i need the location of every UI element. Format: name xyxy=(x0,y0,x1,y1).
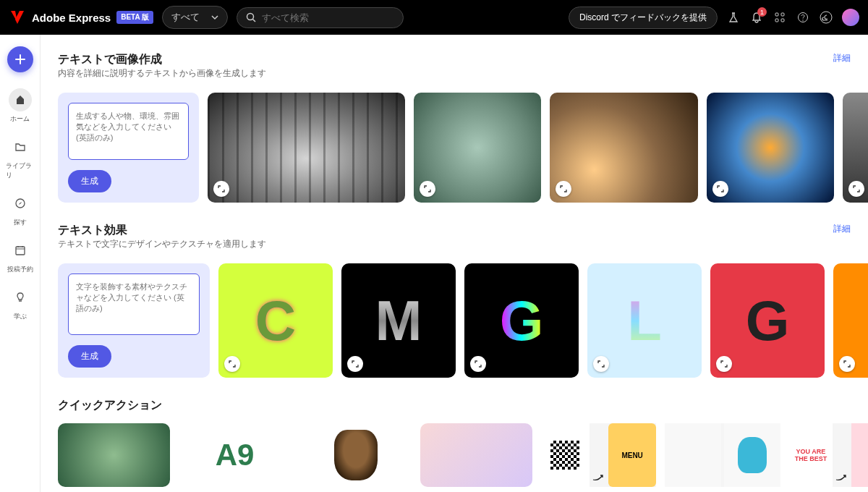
section-desc: 内容を詳細に説明するテキストから画像を生成します xyxy=(58,67,266,80)
expand-icon[interactable] xyxy=(420,181,435,197)
sidebar-item-library[interactable]: ライブラリ xyxy=(3,131,38,184)
detail-link[interactable]: 詳細 xyxy=(833,52,851,64)
search-input[interactable] xyxy=(262,12,393,23)
svg-rect-2 xyxy=(775,13,778,16)
sidebar-item-learn[interactable]: 学ぶ xyxy=(3,281,38,326)
svg-rect-5 xyxy=(781,19,784,22)
qr-icon xyxy=(550,441,579,470)
discord-feedback-button[interactable]: Discord でフィードバックを提供 xyxy=(569,7,718,29)
sidebar: ホーム ライブラリ 探す 投稿予約 学ぶ xyxy=(0,35,41,492)
section-title: テキストで画像作成 xyxy=(58,52,266,67)
user-avatar[interactable] xyxy=(842,9,859,26)
section-quick-actions: クイックアクション MENU xyxy=(58,398,868,487)
detail-link[interactable]: 詳細 xyxy=(833,223,851,235)
svg-rect-3 xyxy=(781,13,784,16)
sidebar-item-explore[interactable]: 探す xyxy=(3,187,38,232)
thumb-letter-c[interactable] xyxy=(218,263,333,378)
help-icon[interactable] xyxy=(796,10,810,25)
notification-icon[interactable]: 1 xyxy=(749,10,764,25)
sidebar-item-home[interactable]: ホーム xyxy=(3,84,38,128)
section-title: クイックアクション xyxy=(58,398,868,413)
qa-you-best[interactable] xyxy=(789,423,868,487)
expand-icon[interactable] xyxy=(224,356,240,372)
section-desc: テキストで文字にデザインやテクスチャを適用します xyxy=(58,238,266,250)
svg-point-7 xyxy=(802,20,803,20)
expand-icon[interactable] xyxy=(848,181,864,197)
filter-dropdown[interactable]: すべて xyxy=(162,6,228,29)
app-name: Adobe Express xyxy=(32,12,111,24)
arrow-icon xyxy=(835,423,848,487)
qa-crop[interactable] xyxy=(420,423,532,487)
creative-cloud-icon[interactable] xyxy=(819,10,833,25)
compass-icon xyxy=(14,198,26,209)
home-icon xyxy=(14,94,26,106)
chevron-down-icon xyxy=(211,14,218,21)
expand-icon[interactable] xyxy=(347,356,363,372)
filter-label: すべて xyxy=(171,11,200,24)
expand-icon[interactable] xyxy=(839,356,855,372)
thumb-forest[interactable] xyxy=(208,93,405,203)
prompt-textarea[interactable] xyxy=(68,103,189,160)
svg-rect-4 xyxy=(775,19,778,22)
qa-qr-menu[interactable]: MENU xyxy=(541,423,656,487)
logo-group: Adobe Express BETA 版 xyxy=(9,9,153,26)
flask-icon[interactable] xyxy=(726,10,741,25)
folder-icon xyxy=(14,141,26,153)
expand-icon[interactable] xyxy=(593,356,609,372)
svg-line-1 xyxy=(253,20,256,22)
thumb-letter-g-collage[interactable] xyxy=(710,263,825,378)
apps-grid-icon[interactable] xyxy=(773,10,787,25)
arrow-icon xyxy=(592,423,605,487)
svg-point-0 xyxy=(247,14,254,20)
notification-badge: 1 xyxy=(757,7,767,17)
bulb-icon xyxy=(14,292,26,303)
section-text-to-image: テキストで画像作成 内容を詳細に説明するテキストから画像を生成します 詳細 生成 xyxy=(58,52,868,203)
thumb-ant[interactable] xyxy=(550,93,698,203)
qa-generate-image[interactable] xyxy=(58,423,170,487)
qa-remove-bg[interactable] xyxy=(299,423,412,487)
svg-rect-10 xyxy=(16,247,25,255)
expand-icon[interactable] xyxy=(556,181,571,197)
calendar-icon xyxy=(14,245,26,256)
prompt-card-text-to-image: 生成 xyxy=(58,93,199,203)
generate-button[interactable]: 生成 xyxy=(68,170,111,192)
expand-icon[interactable] xyxy=(470,356,486,372)
new-button[interactable] xyxy=(7,46,33,72)
prompt-card-text-effects: 生成 xyxy=(58,263,210,378)
adobe-logo-icon xyxy=(9,9,26,26)
main-content: テキストで画像作成 内容を詳細に説明するテキストから画像を生成します 詳細 生成… xyxy=(41,35,868,492)
search-bar[interactable] xyxy=(237,7,403,28)
section-text-effects: テキスト効果 テキストで文字にデザインやテクスチャを適用します 詳細 生成 xyxy=(58,223,868,378)
generate-button[interactable]: 生成 xyxy=(68,345,111,368)
thumb-orange[interactable] xyxy=(833,263,868,378)
expand-icon[interactable] xyxy=(712,181,728,197)
prompt-textarea[interactable] xyxy=(68,273,200,335)
thumb-letter-l[interactable] xyxy=(587,263,702,378)
thumb-jar[interactable] xyxy=(414,93,541,203)
plus-icon xyxy=(14,54,26,65)
header-icon-group: 1 xyxy=(726,9,859,26)
sidebar-item-schedule[interactable]: 投稿予約 xyxy=(3,234,38,279)
search-icon xyxy=(246,12,256,22)
top-header: Adobe Express BETA 版 すべて Discord でフィードバッ… xyxy=(0,0,868,35)
expand-icon[interactable] xyxy=(716,356,732,372)
thumb-letter-g-glitch[interactable] xyxy=(464,263,579,378)
qa-text-effect[interactable] xyxy=(179,423,291,487)
section-title: テキスト効果 xyxy=(58,223,266,238)
thumb-cosmic[interactable] xyxy=(707,93,834,203)
svg-point-8 xyxy=(820,12,832,23)
thumb-rhino[interactable] xyxy=(843,93,868,203)
thumb-letter-m[interactable] xyxy=(341,263,456,378)
beta-badge: BETA 版 xyxy=(116,11,153,24)
qa-character[interactable] xyxy=(665,423,780,487)
expand-icon[interactable] xyxy=(213,181,229,197)
